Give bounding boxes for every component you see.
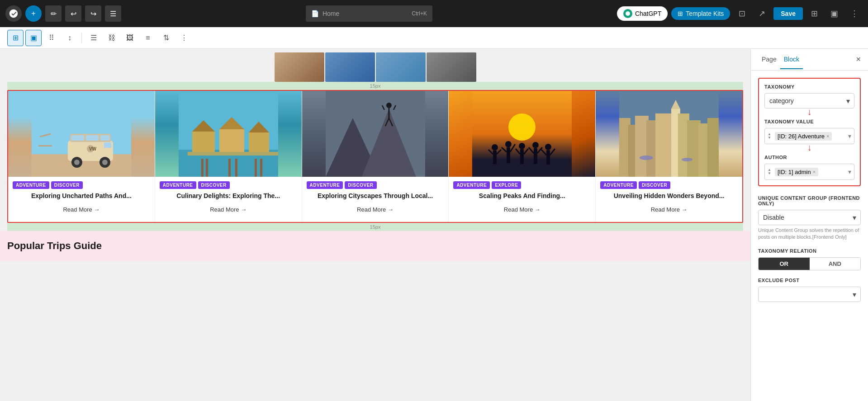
template-kits-button[interactable]: ⊞ Template Kits bbox=[671, 7, 730, 20]
author-arrow: ↓ bbox=[764, 142, 854, 153]
svg-rect-25 bbox=[228, 159, 231, 177]
svg-rect-26 bbox=[235, 159, 237, 177]
tag-adventure-4: ADVENTURE bbox=[453, 181, 490, 189]
right-panel: Page Block × TAXONOMY category tag custo… bbox=[750, 49, 868, 401]
post-card-2: ADVENTURE DISCOVER Culinary Delights: Ex… bbox=[155, 91, 302, 222]
post-title-1: Exploring Uncharted Paths And... bbox=[8, 192, 155, 204]
taxonomy-select-wrapper: category tag custom bbox=[764, 93, 854, 109]
svg-rect-22 bbox=[206, 159, 208, 177]
author-remove[interactable]: × bbox=[813, 169, 816, 175]
svg-point-77 bbox=[682, 158, 693, 161]
post-image-4 bbox=[449, 91, 595, 177]
tag-adventure-5: ADVENTURE bbox=[600, 181, 637, 189]
tag-explore-4: EXPLORE bbox=[492, 181, 521, 189]
post-tags-3: ADVENTURE DISCOVER bbox=[302, 177, 449, 192]
tab-page[interactable]: Page bbox=[758, 50, 780, 69]
justify-tool[interactable]: ≡ bbox=[140, 30, 156, 46]
preview-button[interactable]: ↗ bbox=[754, 5, 770, 22]
svg-point-55 bbox=[532, 142, 539, 148]
svg-rect-44 bbox=[493, 151, 497, 164]
exclude-post-select-wrapper bbox=[758, 287, 861, 302]
svg-rect-69 bbox=[655, 113, 671, 177]
svg-point-35 bbox=[386, 103, 391, 108]
popular-trips-heading: Popular Trips Guide bbox=[7, 240, 743, 252]
tag-adventure-3: ADVENTURE bbox=[307, 181, 343, 189]
taxonomy-value-input[interactable]: ▲ ▼ [ID: 26] Adventure × ▾ bbox=[764, 128, 854, 144]
panel-close-button[interactable]: × bbox=[856, 55, 861, 64]
tab-block[interactable]: Block bbox=[780, 50, 803, 69]
svg-rect-9 bbox=[100, 135, 109, 141]
block-tool[interactable]: ▣ bbox=[25, 30, 42, 46]
align-tool[interactable]: ☰ bbox=[85, 30, 102, 46]
read-more-2[interactable]: Read More → bbox=[155, 204, 302, 215]
read-more-5[interactable]: Read More → bbox=[596, 204, 742, 215]
taxonomy-dropdown-arrow[interactable]: ▾ bbox=[848, 132, 851, 140]
more-options-button[interactable]: ⋮ bbox=[846, 5, 863, 22]
author-tag: [ID: 1] admin × bbox=[775, 168, 818, 176]
more-tool[interactable]: ⋮ bbox=[176, 30, 192, 46]
image-tool[interactable]: 🖼 bbox=[122, 30, 138, 46]
taxonomy-value-remove[interactable]: × bbox=[826, 133, 829, 139]
svg-point-47 bbox=[505, 141, 512, 147]
view-options-button[interactable]: ⊡ bbox=[734, 5, 750, 22]
main-area: 15px bbox=[0, 49, 868, 401]
taxonomy-select[interactable]: category tag custom bbox=[764, 93, 854, 109]
posts-block[interactable]: VW ADVENTURE DISCOVER bbox=[7, 90, 743, 223]
undo-button[interactable]: ↩ bbox=[65, 5, 81, 22]
tag-discover-2: DISCOVER bbox=[198, 181, 230, 189]
svg-point-59 bbox=[545, 144, 551, 150]
author-input[interactable]: ▲ ▼ [ID: 1] admin × ▾ bbox=[764, 164, 854, 180]
author-dropdown-arrow[interactable]: ▾ bbox=[848, 168, 851, 175]
settings-tool[interactable]: ⇅ bbox=[158, 30, 174, 46]
wp-logo[interactable] bbox=[5, 5, 22, 22]
unique-content-select[interactable]: Disable Enable bbox=[758, 210, 861, 225]
columns-tool[interactable]: ⊞ bbox=[7, 30, 24, 46]
taxonomy-relation-toggle: OR AND bbox=[758, 257, 861, 270]
edit-button[interactable]: ✏ bbox=[45, 5, 62, 22]
top-img-3 bbox=[376, 52, 426, 82]
read-more-1[interactable]: Read More → bbox=[8, 204, 155, 215]
drag-tool[interactable]: ⠿ bbox=[43, 30, 60, 46]
svg-rect-31 bbox=[188, 152, 278, 156]
search-label: Home bbox=[323, 10, 339, 17]
save-button[interactable]: Save bbox=[773, 7, 803, 20]
panel-content: TAXONOMY category tag custom ↓ TAXONOMY … bbox=[751, 71, 868, 401]
arrow-down[interactable]: ▼ bbox=[768, 136, 771, 140]
sidebar-toggle-button[interactable]: ▣ bbox=[826, 5, 843, 22]
author-arrow-down[interactable]: ▼ bbox=[768, 172, 771, 175]
chatgpt-icon bbox=[623, 9, 632, 18]
link-tool[interactable]: ⛓ bbox=[104, 30, 120, 46]
list-view-button[interactable]: ☰ bbox=[105, 5, 121, 22]
redo-button[interactable]: ↪ bbox=[85, 5, 101, 22]
chatgpt-button[interactable]: ChatGPT bbox=[617, 6, 668, 21]
taxonomy-value-tag-text: [ID: 26] Adventure bbox=[778, 133, 825, 140]
svg-rect-48 bbox=[507, 147, 510, 163]
relation-and-button[interactable]: AND bbox=[810, 258, 861, 270]
move-tool[interactable]: ↕ bbox=[62, 30, 78, 46]
post-image-3 bbox=[302, 91, 449, 177]
top-img-1 bbox=[275, 52, 324, 82]
author-label: AUTHOR bbox=[764, 155, 854, 160]
relation-or-button[interactable]: OR bbox=[759, 258, 810, 270]
author-arrows[interactable]: ▲ ▼ bbox=[768, 168, 771, 175]
read-more-3[interactable]: Read More → bbox=[302, 204, 449, 215]
top-bar: + ✏ ↩ ↪ ☰ 📄 Home Ctrl+K ChatGPT ⊞ Templa… bbox=[0, 0, 868, 27]
post-title-4: Scaling Peaks And Finding... bbox=[449, 192, 595, 204]
post-tags-4: ADVENTURE EXPLORE bbox=[449, 177, 595, 192]
editor-options-button[interactable]: ⊞ bbox=[806, 5, 823, 22]
post-card-1: VW ADVENTURE DISCOVER bbox=[8, 91, 155, 222]
taxonomy-value-arrows[interactable]: ▲ ▼ bbox=[768, 132, 771, 140]
template-kits-label: Template Kits bbox=[686, 10, 724, 17]
add-button[interactable]: + bbox=[25, 5, 42, 22]
svg-rect-27 bbox=[249, 132, 269, 152]
canvas: 15px bbox=[0, 49, 750, 401]
spacer-bottom: 15px bbox=[7, 223, 743, 231]
chatgpt-label: ChatGPT bbox=[635, 10, 661, 17]
svg-rect-7 bbox=[71, 135, 84, 141]
read-more-4[interactable]: Read More → bbox=[449, 204, 595, 215]
svg-rect-60 bbox=[546, 150, 550, 165]
search-bar[interactable]: 📄 Home Ctrl+K bbox=[306, 5, 432, 22]
exclude-post-select[interactable] bbox=[758, 287, 861, 302]
svg-rect-75 bbox=[707, 118, 719, 177]
svg-rect-19 bbox=[192, 132, 215, 152]
